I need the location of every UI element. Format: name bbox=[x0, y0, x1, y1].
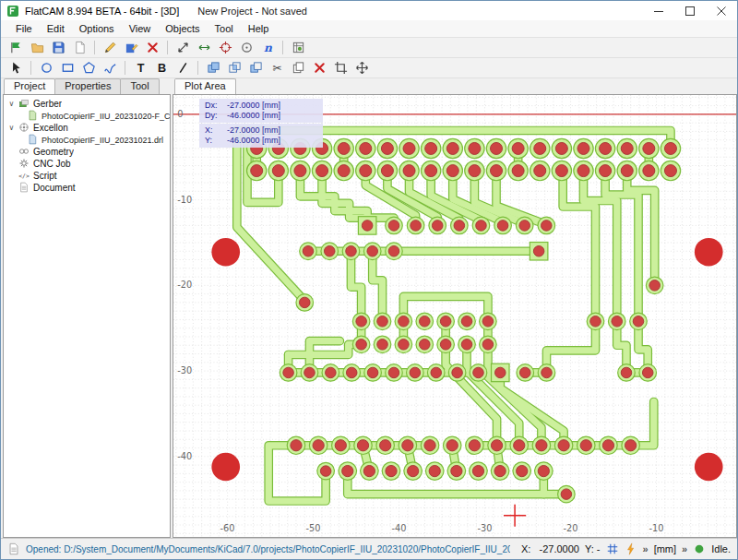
tree-item-geometry[interactable]: Geometry bbox=[4, 146, 170, 158]
dx-label: Dx: bbox=[205, 101, 227, 111]
polygon-subtract-button[interactable] bbox=[245, 59, 266, 77]
tree-file-label: PhotoCopierIF_IIU_20231021.drl bbox=[42, 136, 163, 145]
buffer-tool-button[interactable]: B bbox=[151, 59, 172, 77]
draw-polygon-button[interactable] bbox=[78, 59, 99, 77]
close-button[interactable] bbox=[706, 1, 737, 20]
open-project-button[interactable] bbox=[27, 39, 47, 57]
cut-path-icon: ✂ bbox=[270, 61, 284, 75]
tab-plot-area[interactable]: Plot Area bbox=[174, 78, 236, 94]
new-script-button[interactable] bbox=[69, 39, 89, 57]
draw-path-button[interactable] bbox=[100, 59, 120, 77]
grid-snap-icon[interactable] bbox=[606, 542, 619, 555]
minimize-button[interactable] bbox=[643, 1, 674, 20]
svg-text:-20: -20 bbox=[177, 280, 192, 290]
zoom-fit-button[interactable] bbox=[215, 39, 235, 57]
editor-toolbar: TB✂ bbox=[1, 58, 737, 78]
save-project-button[interactable] bbox=[48, 39, 68, 57]
menu-bar: FileEditOptionsViewObjectsToolHelp bbox=[1, 20, 737, 38]
menu-objects[interactable]: Objects bbox=[158, 21, 207, 36]
chevrons-2-icon[interactable]: » bbox=[682, 543, 687, 554]
replot-button[interactable] bbox=[194, 39, 214, 57]
cursor-y-readout: Y: - bbox=[585, 543, 601, 554]
zoom-object-button[interactable] bbox=[236, 39, 256, 57]
tree-item-photocopierif-iiu-20231020-f-cu-gbr[interactable]: PhotoCopierIF_IIU_20231020-F_Cu.gbr bbox=[4, 110, 170, 122]
tree-item-label: Geometry bbox=[33, 147, 74, 157]
tree-item-excellon[interactable]: ∨ Excellon bbox=[4, 122, 170, 134]
cursor-x-readout: X: -27.0000 bbox=[521, 543, 579, 554]
tree-item-script[interactable]: </> Script bbox=[4, 170, 170, 182]
menu-tool[interactable]: Tool bbox=[208, 21, 241, 36]
menu-view[interactable]: View bbox=[122, 21, 159, 36]
polygon-union-button[interactable] bbox=[203, 59, 223, 77]
copy-objects-button[interactable] bbox=[288, 59, 308, 77]
menu-help[interactable]: Help bbox=[241, 21, 277, 36]
script-icon: </> bbox=[18, 170, 30, 182]
tree-item-document[interactable]: Document bbox=[4, 182, 170, 194]
menu-edit[interactable]: Edit bbox=[40, 21, 72, 36]
draw-polygon-icon bbox=[82, 61, 96, 75]
units-selector[interactable]: [mm] bbox=[654, 543, 676, 554]
draw-rectangle-icon bbox=[61, 61, 75, 75]
cut-path-button[interactable]: ✂ bbox=[267, 59, 287, 77]
polygon-intersection-button[interactable] bbox=[224, 59, 244, 77]
project-tree: ∨ Gerber PhotoCopierIF_IIU_20231020-F_Cu… bbox=[4, 95, 170, 194]
menu-options[interactable]: Options bbox=[72, 21, 122, 36]
zoom-object-icon bbox=[240, 41, 254, 54]
save-object-button[interactable] bbox=[121, 39, 141, 57]
svg-text:B: B bbox=[157, 62, 165, 75]
tree-item-cnc-job[interactable]: CNC Job bbox=[4, 158, 170, 170]
editor-button[interactable] bbox=[100, 39, 120, 57]
set-origin-button[interactable] bbox=[330, 59, 351, 77]
toolbar-separator bbox=[94, 41, 95, 54]
zoom-fit-icon bbox=[219, 41, 232, 54]
svg-text:n: n bbox=[264, 42, 272, 54]
replot-icon bbox=[197, 41, 211, 54]
maximize-button[interactable] bbox=[674, 1, 706, 20]
sidebar-tabs: ProjectPropertiesTool bbox=[4, 78, 159, 94]
command-line-button[interactable]: n bbox=[257, 39, 278, 57]
simplify-icon bbox=[176, 61, 190, 75]
simplify-button[interactable] bbox=[173, 59, 193, 77]
toolbar-separator bbox=[167, 41, 168, 54]
pcb-plot-canvas[interactable]: .grid line{stroke:#d4d4d4;stroke-width:0… bbox=[173, 95, 736, 537]
y-label: Y: bbox=[205, 136, 227, 146]
toggle-grid-plot-button[interactable] bbox=[288, 39, 308, 57]
tree-item-photocopierif-iiu-20231021-drl[interactable]: PhotoCopierIF_IIU_20231021.drl bbox=[4, 134, 170, 146]
hud-delta-readout: Dx: -27.0000 [mm] Dy: -46.0000 [mm] bbox=[199, 99, 323, 123]
add-text-button[interactable]: T bbox=[130, 59, 150, 77]
status-file-icon bbox=[7, 542, 20, 555]
draw-circle-button[interactable] bbox=[36, 59, 56, 77]
chevrons-icon[interactable]: » bbox=[643, 543, 649, 554]
gerber-icon bbox=[18, 98, 30, 110]
expand-chevron-icon[interactable]: ∨ bbox=[7, 100, 16, 108]
set-origin-icon bbox=[334, 61, 348, 75]
menu-file[interactable]: File bbox=[8, 21, 40, 36]
delete-shape-button[interactable] bbox=[309, 59, 329, 77]
delete-all-button[interactable] bbox=[142, 39, 162, 57]
select-button[interactable] bbox=[6, 59, 26, 77]
tab-properties[interactable]: Properties bbox=[54, 78, 121, 94]
expand-chevron-icon[interactable]: ∨ bbox=[7, 124, 16, 132]
draw-rectangle-button[interactable] bbox=[57, 59, 77, 77]
delete-all-icon bbox=[146, 41, 160, 54]
add-text-icon: T bbox=[134, 61, 148, 75]
app-window: FlatCAM 8.994 BETA - 64bit - [3D] New Pr… bbox=[0, 0, 738, 560]
new-project-button[interactable] bbox=[6, 39, 26, 57]
x-label: X: bbox=[205, 125, 227, 136]
dx-value: -27.0000 [mm] bbox=[227, 101, 280, 111]
tab-project[interactable]: Project bbox=[4, 78, 55, 94]
open-project-icon bbox=[30, 41, 44, 54]
window-title: FlatCAM 8.994 BETA - 64bit - [3D] bbox=[25, 6, 179, 17]
plot-area[interactable]: .grid line{stroke:#d4d4d4;stroke-width:0… bbox=[173, 94, 737, 538]
file-icon bbox=[27, 110, 39, 122]
svg-text:0: 0 bbox=[177, 109, 183, 119]
axis-toggle-icon[interactable] bbox=[625, 542, 637, 555]
tree-file-label: PhotoCopierIF_IIU_20231020-F_Cu.gbr bbox=[42, 112, 170, 121]
distance-tool-button[interactable] bbox=[173, 39, 193, 57]
svg-text:-10: -10 bbox=[649, 523, 664, 533]
y-value: -46.0000 [mm] bbox=[227, 136, 280, 146]
tab-tool[interactable]: Tool bbox=[120, 78, 159, 94]
tree-item-gerber[interactable]: ∨ Gerber bbox=[4, 98, 170, 110]
plot-tabs: Plot Area bbox=[174, 78, 235, 94]
transformations-button[interactable] bbox=[351, 59, 372, 77]
